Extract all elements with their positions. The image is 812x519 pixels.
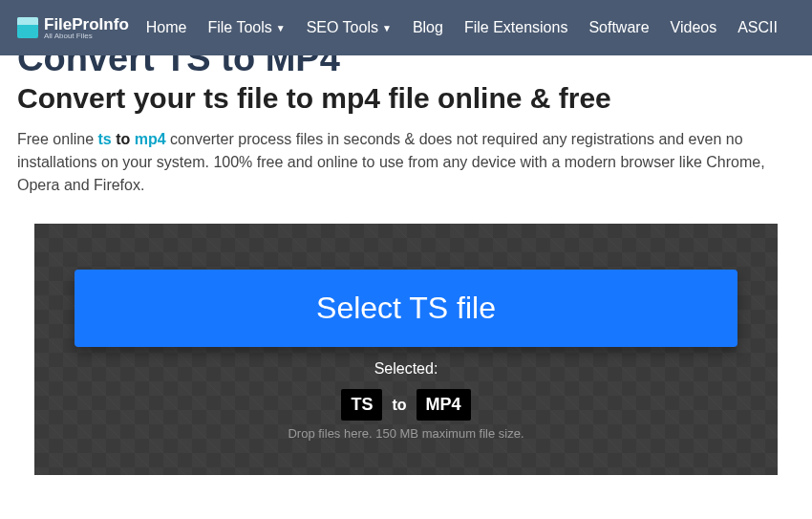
nav-videos[interactable]: Videos (671, 19, 717, 36)
selected-label: Selected: (75, 360, 737, 378)
format-to-word: to (392, 397, 406, 414)
nav-blog[interactable]: Blog (413, 19, 443, 36)
chevron-down-icon: ▼ (382, 23, 392, 33)
link-ts[interactable]: ts (98, 131, 112, 147)
format-row: TS to MP4 (75, 389, 737, 421)
page-subtitle: Convert your ts file to mp4 file online … (17, 82, 795, 115)
logo-text: FileProInfo All About Files (44, 16, 129, 40)
nav-ascii[interactable]: ASCII (737, 19, 778, 36)
nav-file-tools[interactable]: File Tools▼ (207, 19, 285, 36)
logo-title: FileProInfo (44, 16, 129, 32)
page-content: Convert TS to MP4 Convert your ts file t… (0, 82, 812, 475)
upload-panel[interactable]: Select TS file Selected: TS to MP4 Drop … (34, 224, 778, 475)
nav-software[interactable]: Software (588, 19, 649, 36)
nav-seo-tools[interactable]: SEO Tools▼ (307, 19, 392, 36)
logo-subtitle: All About Files (44, 32, 129, 40)
drop-hint: Drop files here. 150 MB maximum file siz… (75, 426, 737, 441)
logo-icon (17, 17, 38, 38)
page-description: Free online ts to mp4 converter process … (17, 128, 795, 197)
link-mp4[interactable]: mp4 (135, 131, 166, 147)
nav-items: Home File Tools▼ SEO Tools▼ Blog File Ex… (146, 19, 778, 36)
format-from-badge[interactable]: TS (341, 389, 382, 421)
site-logo[interactable]: FileProInfo All About Files (17, 16, 129, 40)
chevron-down-icon: ▼ (276, 23, 286, 33)
nav-file-extensions[interactable]: File Extensions (464, 19, 568, 36)
nav-home[interactable]: Home (146, 19, 187, 36)
select-file-button[interactable]: Select TS file (75, 270, 737, 347)
format-to-badge[interactable]: MP4 (417, 389, 471, 421)
top-nav: FileProInfo All About Files Home File To… (0, 0, 812, 55)
